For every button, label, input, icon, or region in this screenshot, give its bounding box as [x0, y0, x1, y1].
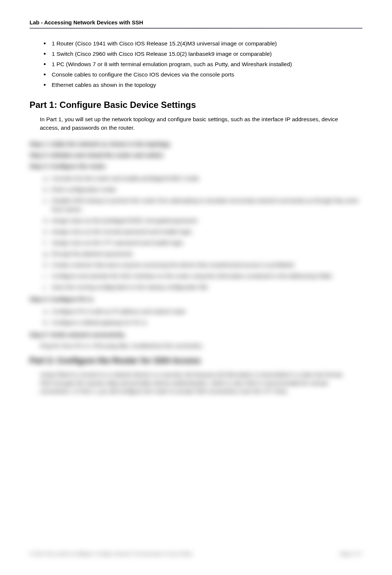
list-item: Encrypt the plaintext passwords.: [44, 249, 362, 258]
list-item: Configure a default gateway for PC-A.: [44, 318, 362, 327]
list-item: Configure PC-A with an IP address and su…: [44, 307, 362, 316]
list-item: Disable DNS lookup to prevent the router…: [44, 196, 362, 214]
list-item: Configure and activate the G0/1 interfac…: [44, 272, 362, 280]
part2-heading: Part 2: Configure the Router for SSH Acc…: [30, 356, 362, 365]
footer-copyright: © 2013 Cisco and/or its affiliates. All …: [30, 551, 193, 557]
list-item: 1 PC (Windows 7 or 8 with terminal emula…: [44, 60, 362, 69]
step5-text: Ping R1 from PC-A. If the ping fails, tr…: [40, 343, 362, 349]
resources-list: 1 Router (Cisco 1941 with Cisco IOS Rele…: [44, 39, 362, 89]
blurred-content: Step 1: Cable the network as shown in th…: [30, 141, 362, 396]
list-item: Enter configuration mode.: [44, 185, 362, 194]
list-item: Assign cisco as the VTY password and ena…: [44, 238, 362, 247]
footer-page-number: Page 2 of 7: [340, 551, 362, 557]
page-header-title: Lab - Accessing Network Devices with SSH: [30, 19, 362, 25]
step2-heading: Step 2: Initialize and reload the router…: [30, 152, 362, 159]
step4-list: Configure PC-A with an IP address and su…: [44, 307, 362, 327]
list-item: Assign cisco as the console password and…: [44, 227, 362, 236]
part2-intro: Using Telnet to connect to a network dev…: [40, 371, 362, 395]
list-item: Console into the router and enable privi…: [44, 174, 362, 183]
list-item: 1 Router (Cisco 1941 with Cisco IOS Rele…: [44, 39, 362, 48]
header-divider: [30, 28, 362, 29]
step3-list: Console into the router and enable privi…: [44, 174, 362, 292]
list-item: 1 Switch (Cisco 2960 with Cisco IOS Rele…: [44, 50, 362, 58]
list-item: Console cables to configure the Cisco IO…: [44, 70, 362, 79]
page-footer: © 2013 Cisco and/or its affiliates. All …: [30, 551, 362, 557]
part1-intro: In Part 1, you will set up the network t…: [40, 115, 362, 132]
list-item: Save the running configuration to the st…: [44, 283, 362, 292]
part1-heading: Part 1: Configure Basic Device Settings: [30, 100, 362, 110]
list-item: Create a banner that warns anyone access…: [44, 261, 362, 269]
step5-heading: Step 5: Verify network connectivity.: [30, 331, 362, 338]
step4-heading: Step 4: Configure PC-A.: [30, 296, 362, 303]
step3-heading: Step 3: Configure the router.: [30, 163, 362, 170]
list-item: Ethernet cables as shown in the topology: [44, 81, 362, 89]
list-item: Assign class as the privileged EXEC encr…: [44, 216, 362, 225]
step1-heading: Step 1: Cable the network as shown in th…: [30, 141, 362, 147]
